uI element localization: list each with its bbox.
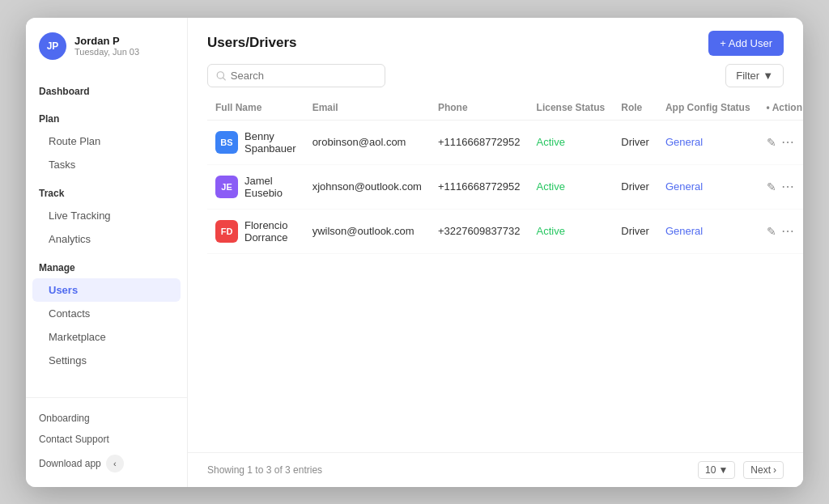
col-action: • Action: [759, 95, 803, 121]
filter-button[interactable]: Filter ▼: [725, 64, 784, 87]
sidebar-item-tasks[interactable]: Tasks: [32, 153, 181, 176]
cell-email: ywilson@outlook.com: [304, 209, 430, 253]
sidebar-item-marketplace[interactable]: Marketplace: [32, 325, 181, 349]
table-row: JE Jamel Eusebio xjohnson@outlook.com +1…: [207, 164, 803, 209]
sidebar-item-contacts[interactable]: Contacts: [32, 302, 181, 325]
add-user-button[interactable]: + Add User: [708, 31, 784, 56]
full-name-value: Jamel Eusebio: [244, 175, 296, 199]
footer-contact-support[interactable]: Contact Support: [39, 429, 174, 450]
cell-full-name: FD Florencio Dorrance: [207, 209, 304, 253]
user-info: Jordan P Tuesday, Jun 03: [74, 35, 139, 57]
table-area: Full Name Email Phone License Status Rol…: [188, 95, 803, 452]
more-options-icon[interactable]: ⋯: [781, 179, 795, 194]
nav-section-dashboard: Dashboard: [26, 74, 187, 102]
cell-app-config: General: [657, 120, 759, 164]
cell-app-config: General: [657, 164, 759, 209]
users-table: Full Name Email Phone License Status Rol…: [207, 95, 803, 254]
nav-section-track: Track: [26, 176, 187, 204]
cell-license-status: Active: [529, 209, 614, 253]
download-app-label: Download app: [39, 458, 101, 469]
table-footer: Showing 1 to 3 of 3 entries 10 ▼ Next ›: [188, 452, 803, 487]
app-config-link[interactable]: General: [665, 136, 703, 148]
sidebar-nav: Dashboard Plan Route Plan Tasks Track Li…: [26, 71, 187, 397]
col-license-status: License Status: [529, 95, 614, 121]
app-config-link[interactable]: General: [665, 225, 703, 237]
more-options-icon[interactable]: ⋯: [781, 223, 795, 239]
footer-download-app[interactable]: Download app ‹: [39, 450, 174, 477]
cell-full-name: JE Jamel Eusebio: [207, 164, 304, 209]
user-name: Jordan P: [74, 35, 139, 47]
cell-license-status: Active: [529, 164, 614, 209]
sidebar: JP Jordan P Tuesday, Jun 03 Dashboard Pl…: [26, 18, 188, 487]
main-content: Users/Drivers + Add User Filter ▼ Full N: [188, 18, 803, 487]
cell-email: orobinson@aol.com: [304, 120, 430, 164]
cell-full-name: BS Benny Spanbauer: [207, 120, 304, 164]
cell-license-status: Active: [529, 120, 614, 164]
showing-entries: Showing 1 to 3 of 3 entries: [207, 464, 322, 476]
svg-line-1: [223, 77, 225, 79]
table-row: FD Florencio Dorrance ywilson@outlook.co…: [207, 209, 803, 253]
cell-role: Driver: [613, 209, 657, 253]
sidebar-header: JP Jordan P Tuesday, Jun 03: [26, 18, 187, 71]
edit-icon[interactable]: ✎: [767, 225, 776, 238]
cell-action: ✎ ⋯: [759, 120, 803, 164]
edit-icon[interactable]: ✎: [767, 180, 776, 193]
cell-app-config: General: [657, 209, 759, 253]
full-name-value: Benny Spanbauer: [244, 130, 296, 155]
nav-section-plan: Plan: [26, 102, 187, 129]
sidebar-item-settings[interactable]: Settings: [32, 349, 181, 372]
sidebar-item-users[interactable]: Users: [32, 278, 181, 302]
user-avatar: FD: [215, 220, 238, 243]
col-role: Role: [613, 95, 657, 121]
pagination-controls: 10 ▼ Next ›: [698, 461, 784, 479]
user-avatar: BS: [215, 131, 238, 154]
search-box: [207, 64, 385, 87]
full-name-value: Florencio Dorrance: [244, 219, 296, 244]
more-options-icon[interactable]: ⋯: [781, 134, 795, 150]
next-chevron-icon: ›: [773, 464, 776, 476]
sidebar-item-analytics[interactable]: Analytics: [32, 227, 181, 251]
per-page-value: 10: [705, 464, 716, 476]
cell-role: Driver: [613, 164, 657, 209]
collapse-button[interactable]: ‹: [106, 455, 124, 472]
search-input[interactable]: [231, 70, 376, 82]
user-avatar: JE: [215, 176, 238, 198]
sidebar-item-live-tracking[interactable]: Live Tracking: [32, 204, 181, 227]
avatar: JP: [39, 32, 66, 60]
per-page-button[interactable]: 10 ▼: [698, 461, 735, 479]
col-full-name: Full Name: [207, 95, 304, 121]
cell-action: ✎ ⋯: [759, 164, 803, 209]
cell-phone: +1116668772952: [430, 164, 529, 209]
per-page-chevron-icon: ▼: [718, 464, 728, 476]
next-label: Next: [750, 464, 771, 476]
page-title: Users/Drivers: [207, 35, 297, 51]
cell-email: xjohnson@outlook.com: [304, 164, 430, 209]
app-window: JP Jordan P Tuesday, Jun 03 Dashboard Pl…: [26, 18, 803, 487]
status-badge: Active: [537, 136, 565, 148]
search-icon: [216, 70, 226, 81]
status-badge: Active: [537, 180, 565, 193]
chevron-down-icon: ▼: [763, 70, 773, 82]
user-date: Tuesday, Jun 03: [74, 47, 139, 57]
col-phone: Phone: [430, 95, 529, 121]
footer-onboarding[interactable]: Onboarding: [39, 408, 174, 429]
edit-icon[interactable]: ✎: [767, 136, 776, 149]
cell-role: Driver: [613, 120, 657, 164]
cell-phone: +1116668772952: [430, 120, 529, 164]
main-header: Users/Drivers + Add User: [188, 18, 803, 64]
status-badge: Active: [537, 225, 565, 237]
toolbar: Filter ▼: [188, 64, 803, 95]
nav-section-manage: Manage: [26, 251, 187, 278]
app-config-link[interactable]: General: [665, 180, 703, 193]
cell-phone: +3227609837732: [430, 209, 529, 253]
filter-label: Filter: [736, 70, 759, 82]
col-email: Email: [304, 95, 430, 121]
next-button[interactable]: Next ›: [743, 461, 784, 479]
sidebar-item-route-plan[interactable]: Route Plan: [32, 129, 181, 153]
table-row: BS Benny Spanbauer orobinson@aol.com +11…: [207, 120, 803, 164]
col-app-config-status: App Config Status: [657, 95, 759, 121]
sidebar-footer: Onboarding Contact Support Download app …: [26, 397, 187, 487]
cell-action: ✎ ⋯: [759, 209, 803, 253]
